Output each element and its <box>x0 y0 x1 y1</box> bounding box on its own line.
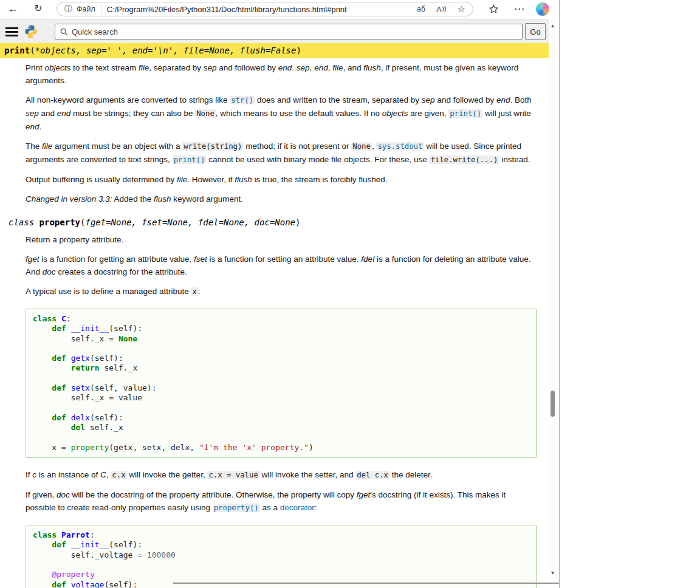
code-example-managed-attribute: class C: def __init__(self): self._x = N… <box>26 309 537 458</box>
address-bar[interactable]: ⓘ Файл C:/Program%20Files/Python311/Doc/… <box>57 2 473 16</box>
browser-toolbar: ← ↻ ⓘ Файл C:/Program%20Files/Python311/… <box>0 0 559 19</box>
search-input[interactable] <box>72 27 517 36</box>
copilot-icon[interactable] <box>536 2 549 16</box>
link[interactable]: str() <box>230 96 255 104</box>
url-text[interactable]: C:/Program%20Files/Python311/Doc/html/li… <box>107 5 407 14</box>
link[interactable]: decorator <box>280 503 315 512</box>
back-icon[interactable]: ← <box>7 3 18 14</box>
read-aloud-letter: A <box>436 5 442 14</box>
favorite-star-icon[interactable]: ☆ <box>458 4 465 15</box>
translate-icon[interactable]: аб <box>417 5 425 13</box>
site-label: Файл <box>77 5 95 13</box>
link[interactable]: print() <box>173 156 207 164</box>
more-menu-icon[interactable]: ⋯ <box>514 2 524 15</box>
go-button[interactable]: Go <box>525 23 546 40</box>
code-block: class C: def __init__(self): self._x = N… <box>33 314 529 453</box>
doc-content: print(*objects, sep=' ', end='\n', file=… <box>0 43 549 588</box>
scrollbar-thumb[interactable] <box>551 391 555 417</box>
address-bar-divider <box>101 5 101 14</box>
menu-icon[interactable] <box>5 27 18 39</box>
docs-page-header: Go <box>0 19 549 43</box>
version-changed-note: Changed in version 3.3: Added the flush … <box>26 193 537 205</box>
vertical-scrollbar[interactable]: ▲ ▼ <box>549 19 557 581</box>
paragraph: All non-keyword arguments are converted … <box>26 94 537 133</box>
browser-window: ← ↻ ⓘ Файл C:/Program%20Files/Python311/… <box>0 0 560 588</box>
print-signature: print(*objects, sep=' ', end='\n', file=… <box>0 43 549 58</box>
code-example-parrot: class Parrot: def __init__(self): self._… <box>26 525 537 588</box>
scroll-up-icon[interactable]: ▲ <box>549 23 557 29</box>
link[interactable]: print() <box>448 109 482 118</box>
search-box[interactable] <box>55 24 523 39</box>
code-block: class Parrot: def __init__(self): self._… <box>33 530 529 588</box>
paragraph: Print objects to the text stream file, s… <box>26 61 537 87</box>
paragraph: A typical use is to define a managed att… <box>26 285 537 298</box>
sound-waves-icon <box>442 5 447 13</box>
paragraph: If given, doc will be the docstring of t… <box>26 488 537 514</box>
print-description: Print objects to the text stream file, s… <box>26 61 537 205</box>
paragraph: The file argument must be an object with… <box>26 140 537 166</box>
link[interactable]: sys.stdout <box>376 142 424 151</box>
paragraph: fget is a function for getting an attrib… <box>26 253 537 278</box>
favorites-hub-icon[interactable] <box>489 4 499 17</box>
property-signature: class property(fget=None, fset=None, fde… <box>0 215 549 230</box>
python-logo-icon[interactable] <box>24 24 38 41</box>
window-bottom-edge <box>173 583 560 584</box>
paragraph: Output buffering is usually determined b… <box>26 173 537 186</box>
read-aloud-icon[interactable]: A <box>436 5 447 14</box>
property-description: Return a property attribute. fget is a f… <box>26 233 537 588</box>
link[interactable]: property() <box>213 504 260 512</box>
search-icon <box>60 28 68 36</box>
paragraph: If c is an instance of C, c.x will invok… <box>26 468 537 482</box>
scroll-down-icon[interactable]: ▼ <box>549 570 557 576</box>
page-info-icon[interactable]: ⓘ <box>64 4 72 15</box>
refresh-icon[interactable]: ↻ <box>34 4 42 13</box>
paragraph: Return a property attribute. <box>26 233 537 246</box>
